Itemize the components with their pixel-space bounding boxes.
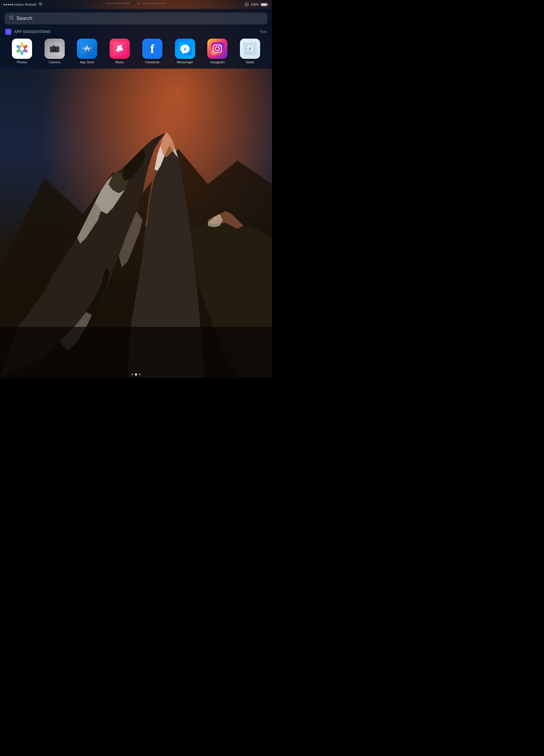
- svg-rect-51: [211, 42, 224, 55]
- battery-icon: [261, 3, 269, 6]
- app-label-facebook: Facebook: [145, 60, 160, 64]
- app-appstore[interactable]: A App Store: [74, 39, 100, 64]
- svg-line-25: [12, 19, 14, 20]
- svg-text:🌀: 🌀: [6, 29, 11, 34]
- suggestions-time: Now: [260, 30, 267, 34]
- app-icon-appstore: A: [77, 39, 97, 59]
- svg-point-23: [246, 4, 248, 5]
- signal-dot-4: [10, 4, 11, 5]
- wifi-icon: [38, 2, 42, 7]
- app-instagram[interactable]: Instagram: [204, 39, 231, 64]
- page-dot-1: [131, 374, 133, 375]
- page-dot-2: [135, 373, 137, 376]
- signal-dots: [4, 4, 13, 5]
- suggestions-icon: 🌀: [5, 29, 12, 35]
- app-safari[interactable]: Safari: [237, 39, 264, 64]
- search-icon: [9, 15, 14, 21]
- battery-percent: 100%: [251, 3, 259, 6]
- suggestions-label: APP SUGGESTIONS: [14, 30, 51, 34]
- signal-dot-3: [8, 4, 9, 5]
- status-left: ooooo Android: [4, 2, 42, 7]
- signal-dot-2: [6, 4, 7, 5]
- battery-tip: [268, 4, 269, 5]
- app-camera[interactable]: Camera: [41, 39, 68, 64]
- app-label-safari: Safari: [246, 60, 255, 64]
- svg-rect-42: [57, 47, 58, 48]
- svg-point-40: [53, 48, 54, 49]
- search-bar[interactable]: Search: [4, 12, 268, 24]
- search-placeholder: Search: [16, 15, 32, 21]
- suggestions-left: 🌀 APP SUGGESTIONS: [5, 29, 51, 35]
- sensor-line-right: [142, 3, 166, 4]
- status-right: 100%: [245, 2, 269, 7]
- location-icon: [245, 2, 249, 7]
- app-icon-photos: [12, 39, 32, 59]
- app-label-music: Music: [116, 60, 124, 64]
- svg-rect-21: [0, 327, 272, 378]
- app-messenger[interactable]: Messenger: [172, 39, 198, 64]
- suggestions-header: 🌀 APP SUGGESTIONS Now: [4, 29, 268, 35]
- spotlight-panel: Search 🌀 APP SUGGESTIONS Now: [0, 9, 272, 69]
- app-icon-messenger: [175, 39, 195, 59]
- app-icon-camera: [45, 39, 65, 59]
- page-dot-3: [139, 374, 141, 375]
- app-icon-music: [110, 39, 130, 59]
- signal-dot-5: [12, 4, 13, 5]
- app-label-instagram: Instagram: [210, 60, 225, 64]
- network-text: Android: [25, 3, 36, 6]
- svg-rect-41: [53, 45, 55, 47]
- carrier-text: ooooo: [15, 3, 24, 6]
- app-icon-safari: [240, 39, 260, 59]
- battery-body: [261, 3, 267, 6]
- sensor-line-left: [106, 3, 130, 4]
- svg-point-54: [220, 45, 221, 46]
- apps-row: Photos: [4, 39, 268, 64]
- front-camera: [133, 2, 135, 5]
- app-label-camera: Camera: [49, 60, 60, 64]
- app-label-photos: Photos: [17, 60, 27, 64]
- app-facebook[interactable]: f Facebook: [139, 39, 166, 64]
- svg-point-34: [20, 47, 24, 51]
- app-music[interactable]: Music: [106, 39, 133, 64]
- top-sensor-bar: [106, 0, 166, 5]
- app-label-messenger: Messenger: [177, 60, 193, 64]
- app-icon-instagram: [207, 39, 228, 59]
- app-label-appstore: App Store: [80, 60, 94, 64]
- app-icon-facebook: f: [142, 39, 163, 59]
- signal-dot-1: [4, 4, 5, 5]
- app-photos[interactable]: Photos: [9, 39, 35, 64]
- svg-point-65: [250, 48, 251, 49]
- battery-fill: [261, 4, 267, 6]
- home-indicator: [131, 373, 141, 376]
- sensor-dot: [138, 2, 140, 4]
